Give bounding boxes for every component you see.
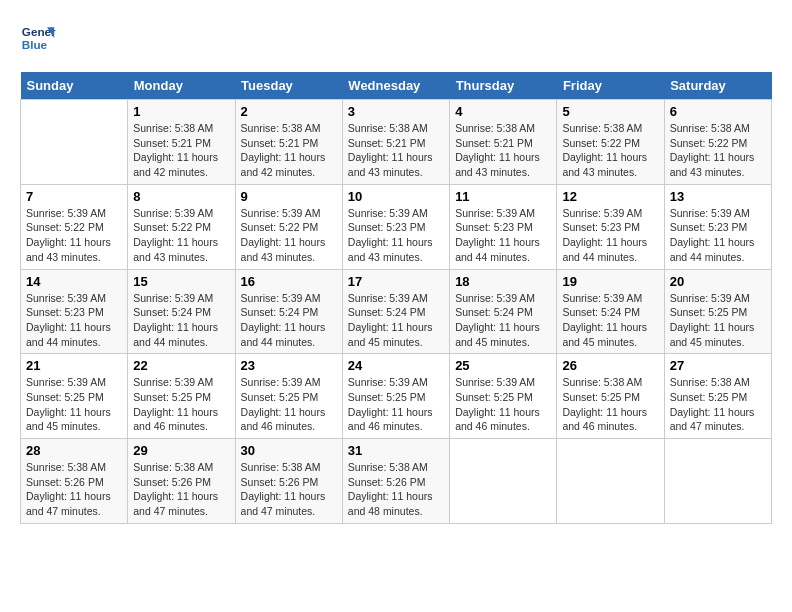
calendar-cell: 26Sunrise: 5:38 AM Sunset: 5:25 PM Dayli… [557, 354, 664, 439]
day-number: 26 [562, 358, 658, 373]
calendar-cell: 25Sunrise: 5:39 AM Sunset: 5:25 PM Dayli… [450, 354, 557, 439]
calendar-cell [21, 100, 128, 185]
day-number: 24 [348, 358, 444, 373]
day-number: 13 [670, 189, 766, 204]
calendar-cell: 31Sunrise: 5:38 AM Sunset: 5:26 PM Dayli… [342, 439, 449, 524]
day-info: Sunrise: 5:38 AM Sunset: 5:26 PM Dayligh… [133, 460, 229, 519]
calendar-table: SundayMondayTuesdayWednesdayThursdayFrid… [20, 72, 772, 524]
calendar-cell: 29Sunrise: 5:38 AM Sunset: 5:26 PM Dayli… [128, 439, 235, 524]
day-info: Sunrise: 5:38 AM Sunset: 5:26 PM Dayligh… [348, 460, 444, 519]
day-info: Sunrise: 5:39 AM Sunset: 5:23 PM Dayligh… [562, 206, 658, 265]
day-info: Sunrise: 5:38 AM Sunset: 5:26 PM Dayligh… [26, 460, 122, 519]
day-info: Sunrise: 5:39 AM Sunset: 5:24 PM Dayligh… [133, 291, 229, 350]
weekday-header-row: SundayMondayTuesdayWednesdayThursdayFrid… [21, 72, 772, 100]
day-info: Sunrise: 5:39 AM Sunset: 5:25 PM Dayligh… [455, 375, 551, 434]
calendar-cell: 3Sunrise: 5:38 AM Sunset: 5:21 PM Daylig… [342, 100, 449, 185]
day-info: Sunrise: 5:38 AM Sunset: 5:21 PM Dayligh… [241, 121, 337, 180]
day-number: 9 [241, 189, 337, 204]
calendar-cell: 6Sunrise: 5:38 AM Sunset: 5:22 PM Daylig… [664, 100, 771, 185]
calendar-week-row: 7Sunrise: 5:39 AM Sunset: 5:22 PM Daylig… [21, 184, 772, 269]
weekday-header-wednesday: Wednesday [342, 72, 449, 100]
day-info: Sunrise: 5:38 AM Sunset: 5:21 PM Dayligh… [455, 121, 551, 180]
calendar-cell: 19Sunrise: 5:39 AM Sunset: 5:24 PM Dayli… [557, 269, 664, 354]
calendar-cell: 20Sunrise: 5:39 AM Sunset: 5:25 PM Dayli… [664, 269, 771, 354]
calendar-week-row: 14Sunrise: 5:39 AM Sunset: 5:23 PM Dayli… [21, 269, 772, 354]
page-header: General Blue [20, 20, 772, 56]
calendar-cell: 24Sunrise: 5:39 AM Sunset: 5:25 PM Dayli… [342, 354, 449, 439]
day-number: 23 [241, 358, 337, 373]
weekday-header-sunday: Sunday [21, 72, 128, 100]
day-info: Sunrise: 5:38 AM Sunset: 5:26 PM Dayligh… [241, 460, 337, 519]
day-number: 20 [670, 274, 766, 289]
day-info: Sunrise: 5:39 AM Sunset: 5:23 PM Dayligh… [26, 291, 122, 350]
calendar-cell: 13Sunrise: 5:39 AM Sunset: 5:23 PM Dayli… [664, 184, 771, 269]
day-number: 18 [455, 274, 551, 289]
calendar-cell: 9Sunrise: 5:39 AM Sunset: 5:22 PM Daylig… [235, 184, 342, 269]
day-info: Sunrise: 5:39 AM Sunset: 5:22 PM Dayligh… [133, 206, 229, 265]
day-info: Sunrise: 5:38 AM Sunset: 5:22 PM Dayligh… [670, 121, 766, 180]
day-number: 30 [241, 443, 337, 458]
day-info: Sunrise: 5:38 AM Sunset: 5:21 PM Dayligh… [348, 121, 444, 180]
day-info: Sunrise: 5:39 AM Sunset: 5:24 PM Dayligh… [455, 291, 551, 350]
day-number: 2 [241, 104, 337, 119]
day-info: Sunrise: 5:39 AM Sunset: 5:24 PM Dayligh… [348, 291, 444, 350]
day-number: 16 [241, 274, 337, 289]
day-number: 5 [562, 104, 658, 119]
day-info: Sunrise: 5:39 AM Sunset: 5:23 PM Dayligh… [348, 206, 444, 265]
calendar-cell: 30Sunrise: 5:38 AM Sunset: 5:26 PM Dayli… [235, 439, 342, 524]
day-number: 10 [348, 189, 444, 204]
calendar-cell [557, 439, 664, 524]
logo-icon: General Blue [20, 20, 56, 56]
calendar-cell: 8Sunrise: 5:39 AM Sunset: 5:22 PM Daylig… [128, 184, 235, 269]
calendar-cell: 5Sunrise: 5:38 AM Sunset: 5:22 PM Daylig… [557, 100, 664, 185]
calendar-cell: 7Sunrise: 5:39 AM Sunset: 5:22 PM Daylig… [21, 184, 128, 269]
calendar-cell: 16Sunrise: 5:39 AM Sunset: 5:24 PM Dayli… [235, 269, 342, 354]
calendar-cell: 21Sunrise: 5:39 AM Sunset: 5:25 PM Dayli… [21, 354, 128, 439]
day-number: 31 [348, 443, 444, 458]
calendar-cell: 22Sunrise: 5:39 AM Sunset: 5:25 PM Dayli… [128, 354, 235, 439]
day-number: 8 [133, 189, 229, 204]
day-info: Sunrise: 5:39 AM Sunset: 5:23 PM Dayligh… [670, 206, 766, 265]
day-number: 29 [133, 443, 229, 458]
calendar-cell: 17Sunrise: 5:39 AM Sunset: 5:24 PM Dayli… [342, 269, 449, 354]
weekday-header-monday: Monday [128, 72, 235, 100]
day-info: Sunrise: 5:38 AM Sunset: 5:25 PM Dayligh… [670, 375, 766, 434]
weekday-header-tuesday: Tuesday [235, 72, 342, 100]
calendar-cell: 4Sunrise: 5:38 AM Sunset: 5:21 PM Daylig… [450, 100, 557, 185]
calendar-week-row: 28Sunrise: 5:38 AM Sunset: 5:26 PM Dayli… [21, 439, 772, 524]
day-number: 21 [26, 358, 122, 373]
calendar-cell [664, 439, 771, 524]
calendar-cell: 15Sunrise: 5:39 AM Sunset: 5:24 PM Dayli… [128, 269, 235, 354]
day-number: 14 [26, 274, 122, 289]
calendar-week-row: 1Sunrise: 5:38 AM Sunset: 5:21 PM Daylig… [21, 100, 772, 185]
logo: General Blue [20, 20, 60, 56]
svg-text:Blue: Blue [22, 38, 48, 51]
day-number: 4 [455, 104, 551, 119]
calendar-cell [450, 439, 557, 524]
calendar-cell: 27Sunrise: 5:38 AM Sunset: 5:25 PM Dayli… [664, 354, 771, 439]
day-number: 6 [670, 104, 766, 119]
calendar-cell: 18Sunrise: 5:39 AM Sunset: 5:24 PM Dayli… [450, 269, 557, 354]
calendar-cell: 1Sunrise: 5:38 AM Sunset: 5:21 PM Daylig… [128, 100, 235, 185]
day-info: Sunrise: 5:39 AM Sunset: 5:25 PM Dayligh… [670, 291, 766, 350]
day-info: Sunrise: 5:39 AM Sunset: 5:25 PM Dayligh… [26, 375, 122, 434]
calendar-cell: 28Sunrise: 5:38 AM Sunset: 5:26 PM Dayli… [21, 439, 128, 524]
calendar-cell: 23Sunrise: 5:39 AM Sunset: 5:25 PM Dayli… [235, 354, 342, 439]
day-number: 19 [562, 274, 658, 289]
day-info: Sunrise: 5:39 AM Sunset: 5:22 PM Dayligh… [26, 206, 122, 265]
day-number: 28 [26, 443, 122, 458]
day-info: Sunrise: 5:38 AM Sunset: 5:22 PM Dayligh… [562, 121, 658, 180]
day-info: Sunrise: 5:38 AM Sunset: 5:21 PM Dayligh… [133, 121, 229, 180]
weekday-header-thursday: Thursday [450, 72, 557, 100]
calendar-cell: 10Sunrise: 5:39 AM Sunset: 5:23 PM Dayli… [342, 184, 449, 269]
calendar-cell: 14Sunrise: 5:39 AM Sunset: 5:23 PM Dayli… [21, 269, 128, 354]
day-number: 15 [133, 274, 229, 289]
calendar-cell: 2Sunrise: 5:38 AM Sunset: 5:21 PM Daylig… [235, 100, 342, 185]
day-info: Sunrise: 5:39 AM Sunset: 5:24 PM Dayligh… [562, 291, 658, 350]
day-info: Sunrise: 5:39 AM Sunset: 5:23 PM Dayligh… [455, 206, 551, 265]
day-number: 17 [348, 274, 444, 289]
day-number: 12 [562, 189, 658, 204]
day-info: Sunrise: 5:39 AM Sunset: 5:22 PM Dayligh… [241, 206, 337, 265]
weekday-header-friday: Friday [557, 72, 664, 100]
day-info: Sunrise: 5:39 AM Sunset: 5:24 PM Dayligh… [241, 291, 337, 350]
